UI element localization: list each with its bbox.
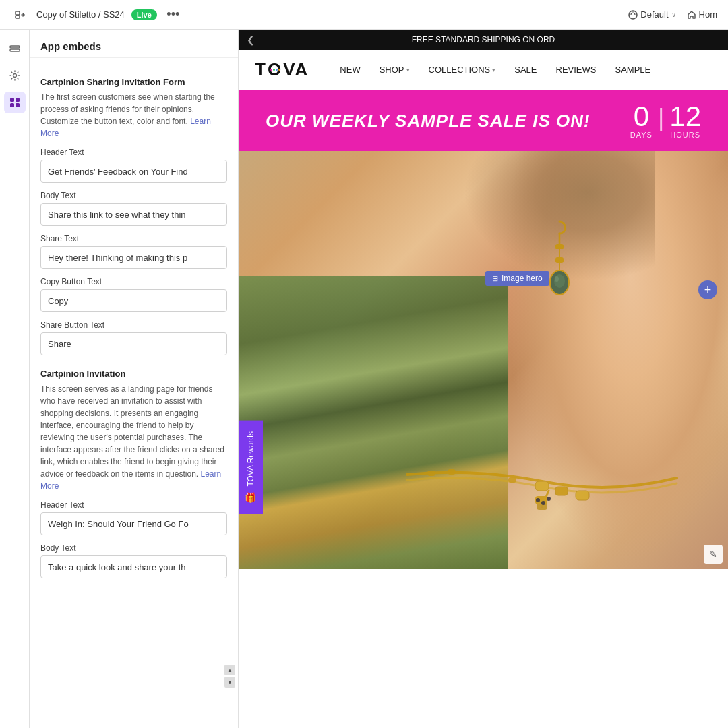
announcement-arrow[interactable]: ❮ — [247, 34, 255, 45]
nav-link-reviews[interactable]: REVIEWS — [547, 50, 606, 90]
svg-rect-9 — [16, 103, 20, 107]
svg-point-20 — [541, 501, 545, 505]
share-button-text-input[interactable] — [40, 332, 227, 355]
svg-rect-14 — [535, 481, 549, 491]
svg-rect-4 — [10, 49, 20, 51]
store-logo: T O VA — [255, 59, 309, 80]
svg-rect-1 — [16, 16, 20, 18]
image-hero-label[interactable]: ⊞ Image hero — [485, 271, 549, 286]
svg-point-19 — [536, 498, 540, 502]
top-bar-right: Default ∨ Hom — [628, 9, 717, 20]
svg-rect-8 — [10, 103, 14, 107]
sale-text: OUR WEEKLY SAMPLE SALE IS ON! — [266, 111, 590, 131]
body-text2-input[interactable] — [40, 555, 227, 578]
nav-link-shop[interactable]: SHOP ▾ — [370, 50, 419, 90]
svg-rect-7 — [16, 98, 20, 102]
header-text2-input[interactable] — [40, 512, 227, 535]
top-bar: Copy of Stiletto / SS24 Live ••• Default… — [0, 0, 728, 30]
countdown-separator: | — [658, 104, 664, 132]
svg-rect-25 — [555, 257, 564, 263]
add-section-button[interactable]: + — [698, 280, 717, 299]
rewards-icon: 🎁 — [245, 492, 256, 504]
hero-area: 🎁 TOVA Rewards ✎ — [239, 151, 728, 569]
svg-rect-6 — [10, 98, 14, 102]
countdown-hours: 12 HOURS — [669, 102, 701, 139]
field-label-copy-button: Copy Button Text — [40, 277, 227, 286]
scroll-up-arrow[interactable]: ▲ — [224, 665, 235, 675]
field-label-share-text: Share Text — [40, 234, 227, 243]
settings-panel: App embeds Cartpinion Sharing Invitation… — [30, 30, 239, 728]
announcement-bar: ❮ FREE STANDARD SHIPPING ON ORD — [239, 30, 728, 50]
breadcrumb: Copy of Stiletto / SS24 — [36, 9, 125, 20]
back-button[interactable] — [11, 5, 30, 24]
sidebar-item-settings[interactable] — [4, 65, 26, 86]
svg-rect-0 — [16, 11, 20, 15]
copy-button-text-input[interactable] — [40, 289, 227, 312]
countdown-days: 0 DAYS — [630, 102, 653, 139]
edit-corner-button[interactable]: ✎ — [704, 545, 723, 564]
svg-rect-16 — [576, 491, 589, 500]
svg-rect-10 — [427, 471, 435, 476]
sale-banner: OUR WEEKLY SAMPLE SALE IS ON! 0 DAYS | 1… — [239, 90, 728, 151]
panel-title: App embeds — [30, 30, 238, 58]
live-badge: Live — [131, 9, 157, 20]
svg-rect-3 — [10, 46, 20, 48]
default-button[interactable]: Default ∨ — [628, 9, 675, 20]
field-label-body-text2: Body Text — [40, 543, 227, 553]
svg-point-21 — [547, 497, 551, 501]
svg-point-29 — [555, 276, 559, 282]
sidebar-icons — [0, 30, 30, 728]
header-text-input[interactable] — [40, 160, 227, 183]
grid-icon: ⊞ — [492, 274, 498, 283]
field-label-header-text2: Header Text — [40, 500, 227, 510]
svg-rect-11 — [448, 469, 456, 475]
panel-body: Cartpinion Sharing Invitation Form The f… — [30, 58, 238, 728]
store-nav-links: NEW SHOP ▾ COLLECTIONS ▾ SALE REVIEWS SA… — [330, 50, 712, 90]
rewards-tab[interactable]: 🎁 TOVA Rewards — [239, 421, 263, 514]
section1-desc: The first screen customers see when star… — [40, 91, 227, 140]
nav-link-collections[interactable]: COLLECTIONS ▾ — [419, 50, 506, 90]
store-nav: T O VA — [239, 50, 728, 90]
countdown: 0 DAYS | 12 HOURS — [630, 102, 701, 139]
share-text-input[interactable] — [40, 246, 227, 269]
body-text-input[interactable] — [40, 203, 227, 226]
home-button[interactable]: Hom — [687, 9, 717, 20]
section1-title: Cartpinion Sharing Invitation Form — [40, 77, 227, 87]
more-options-button[interactable]: ••• — [164, 5, 183, 24]
svg-rect-12 — [508, 477, 516, 483]
top-bar-left: Copy of Stiletto / SS24 Live ••• — [11, 5, 620, 24]
svg-point-5 — [13, 74, 16, 78]
nav-link-sale[interactable]: SALE — [505, 50, 546, 90]
sidebar-item-layers[interactable] — [4, 38, 26, 59]
edit-icon: ✎ — [709, 549, 717, 559]
nav-link-new[interactable]: NEW — [330, 50, 369, 90]
section2-desc: This screen serves as a landing page for… — [40, 383, 227, 492]
scroll-down-arrow[interactable]: ▼ — [224, 677, 235, 688]
field-label-header-text: Header Text — [40, 148, 227, 157]
section2-title: Cartpinion Invitation — [40, 369, 227, 379]
svg-rect-23 — [555, 244, 564, 249]
nav-link-sample[interactable]: SAMPLE — [605, 50, 660, 90]
preview-area: ❮ FREE STANDARD SHIPPING ON ORD T O — [239, 30, 728, 728]
svg-rect-15 — [555, 487, 568, 495]
field-label-body-text: Body Text — [40, 191, 227, 200]
field-label-share-button: Share Button Text — [40, 320, 227, 330]
sidebar-item-apps[interactable] — [4, 92, 26, 113]
store-frame: ❮ FREE STANDARD SHIPPING ON ORD T O — [239, 30, 728, 728]
main-layout: App embeds Cartpinion Sharing Invitation… — [0, 30, 728, 728]
